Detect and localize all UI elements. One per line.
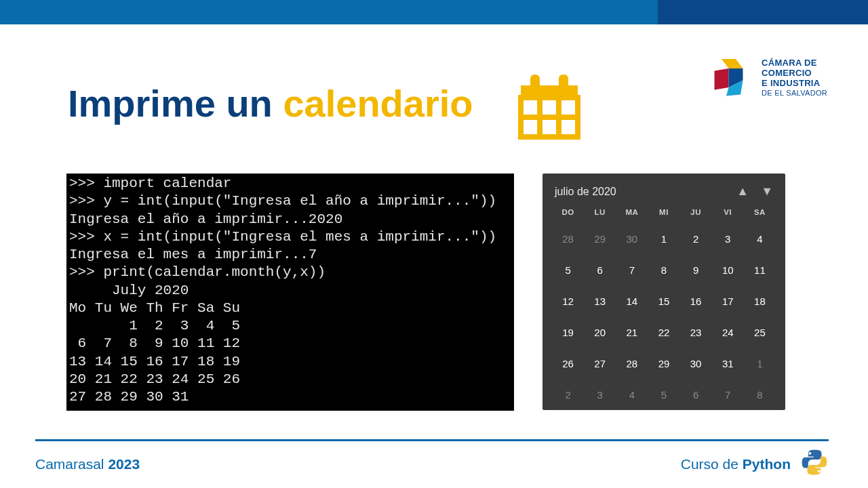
footer-right-text: Curso de bbox=[681, 456, 738, 472]
footer-right-strong: Python bbox=[743, 456, 791, 472]
calendar-day[interactable]: 21 bbox=[616, 319, 648, 346]
top-bar-accent bbox=[658, 0, 868, 24]
slide-title-highlight: calendario bbox=[283, 82, 473, 125]
calendar-icon bbox=[515, 73, 583, 144]
svg-point-11 bbox=[809, 452, 812, 455]
calendar-day[interactable]: 1 bbox=[648, 226, 679, 253]
calendar-day[interactable]: 25 bbox=[744, 319, 776, 346]
calendar-day[interactable]: 31 bbox=[712, 350, 744, 378]
calendar-dow: DO bbox=[552, 208, 584, 222]
calendar-day[interactable]: 30 bbox=[680, 350, 712, 378]
calendar-day[interactable]: 30 bbox=[616, 226, 648, 253]
calendar-day[interactable]: 6 bbox=[584, 257, 616, 284]
calendar-day[interactable]: 7 bbox=[712, 382, 744, 409]
calendar-day[interactable]: 7 bbox=[616, 257, 648, 284]
calendar-day[interactable]: 12 bbox=[552, 288, 584, 315]
terminal-output: >>> import calendar >>> y = int(input("I… bbox=[66, 174, 514, 411]
calendar-dow: VI bbox=[712, 208, 744, 222]
calendar-day[interactable]: 18 bbox=[744, 288, 776, 315]
calendar-day[interactable]: 1 bbox=[744, 350, 776, 378]
footer-left-year: 2023 bbox=[108, 456, 140, 472]
footer-left-text: Camarasal bbox=[35, 456, 108, 472]
calendar-dow: LU bbox=[584, 208, 616, 222]
calendar-day[interactable]: 15 bbox=[648, 288, 679, 315]
calendar-day[interactable]: 13 bbox=[584, 288, 616, 315]
calendar-day[interactable]: 23 bbox=[680, 319, 712, 346]
calendar-dow: MA bbox=[616, 208, 648, 222]
org-logo-line: DE EL SALVADOR bbox=[762, 89, 827, 98]
calendar-day[interactable]: 29 bbox=[584, 226, 616, 253]
org-logo: CÁMARA DE COMERCIO E INDUSTRIA DE EL SAL… bbox=[707, 54, 827, 102]
calendar-dow: MI bbox=[648, 208, 679, 222]
calendar-day[interactable]: 22 bbox=[648, 319, 679, 346]
slide-title-part1: Imprime un bbox=[68, 82, 283, 125]
calendar-day[interactable]: 8 bbox=[648, 257, 679, 284]
org-logo-line: E INDUSTRIA bbox=[762, 79, 827, 89]
calendar-day[interactable]: 11 bbox=[744, 257, 776, 284]
calendar-day[interactable]: 8 bbox=[744, 382, 776, 409]
footer-left: Camarasal 2023 bbox=[35, 456, 140, 472]
calendar-day[interactable]: 6 bbox=[680, 382, 712, 409]
calendar-day[interactable]: 2 bbox=[680, 226, 712, 253]
svg-marker-0 bbox=[722, 59, 743, 68]
footer-rule bbox=[35, 439, 829, 442]
calendar-day[interactable]: 4 bbox=[616, 382, 648, 409]
calendar-day[interactable]: 10 bbox=[712, 257, 744, 284]
chevron-up-icon[interactable]: ▲ bbox=[736, 184, 749, 199]
calendar-day[interactable]: 29 bbox=[648, 350, 679, 378]
calendar-day[interactable]: 3 bbox=[712, 226, 744, 253]
calendar-day[interactable]: 17 bbox=[712, 288, 744, 315]
calendar-day[interactable]: 14 bbox=[616, 288, 648, 315]
calendar-dow: SA bbox=[744, 208, 776, 222]
calendar-nav: ▲ ▼ bbox=[736, 184, 773, 199]
calendar-day[interactable]: 16 bbox=[680, 288, 712, 315]
org-logo-line: CÁMARA DE bbox=[762, 58, 827, 68]
calendar-day[interactable]: 20 bbox=[584, 319, 616, 346]
footer-right: Curso de Python bbox=[681, 448, 829, 480]
calendar-grid: DOLUMAMIJUVISA28293012345678910111213141… bbox=[552, 208, 776, 409]
calendar-day[interactable]: 19 bbox=[552, 319, 584, 346]
calendar-day[interactable]: 26 bbox=[552, 350, 584, 378]
calendar-day[interactable]: 4 bbox=[744, 226, 776, 253]
slide-title: Imprime un calendario bbox=[68, 81, 473, 125]
svg-point-12 bbox=[818, 470, 821, 472]
svg-marker-1 bbox=[715, 68, 729, 90]
calendar-day[interactable]: 5 bbox=[552, 257, 584, 284]
org-logo-mark bbox=[707, 54, 755, 102]
calendar-widget: julio de 2020 ▲ ▼ DOLUMAMIJUVISA28293012… bbox=[542, 174, 785, 410]
calendar-day[interactable]: 28 bbox=[552, 226, 584, 253]
footer: Camarasal 2023 Curso de Python bbox=[35, 439, 829, 481]
calendar-day[interactable]: 9 bbox=[680, 257, 712, 284]
top-bar bbox=[0, 0, 868, 24]
calendar-header: julio de 2020 ▲ ▼ bbox=[552, 180, 776, 208]
calendar-day[interactable]: 24 bbox=[712, 319, 744, 346]
calendar-day[interactable]: 2 bbox=[552, 382, 584, 409]
calendar-day[interactable]: 27 bbox=[584, 350, 616, 378]
calendar-month-label: julio de 2020 bbox=[555, 186, 616, 198]
calendar-dow: JU bbox=[680, 208, 712, 222]
org-logo-text: CÁMARA DE COMERCIO E INDUSTRIA DE EL SAL… bbox=[762, 58, 827, 97]
calendar-day[interactable]: 28 bbox=[616, 350, 648, 378]
chevron-down-icon[interactable]: ▼ bbox=[761, 184, 773, 199]
calendar-day[interactable]: 5 bbox=[648, 382, 679, 409]
org-logo-line: COMERCIO bbox=[762, 68, 827, 79]
python-icon bbox=[800, 448, 829, 480]
calendar-day[interactable]: 3 bbox=[584, 382, 616, 409]
